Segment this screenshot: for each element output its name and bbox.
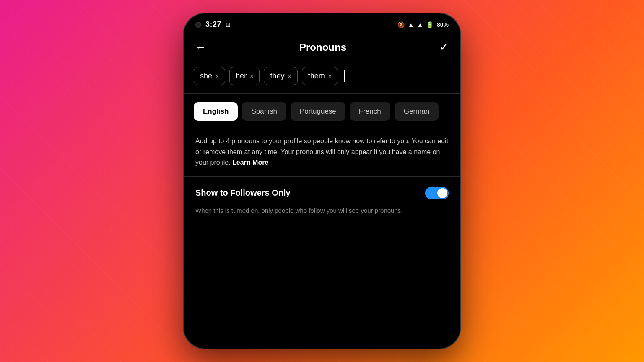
battery-icon: 🔋 (426, 21, 434, 28)
chip-they: they × (264, 67, 297, 85)
tab-french[interactable]: French (350, 102, 390, 121)
chip-her: her × (229, 67, 260, 85)
status-bar: 3:27 ⊡ 🔕 ▲ ▲ 🔋 80% (184, 13, 460, 32)
chip-them-label: them (308, 72, 325, 80)
chip-them-remove[interactable]: × (328, 73, 332, 80)
page-title: Pronouns (299, 41, 346, 53)
toggle-thumb (437, 188, 447, 198)
followers-toggle[interactable] (425, 187, 449, 199)
phone-wrapper: 3:27 ⊡ 🔕 ▲ ▲ 🔋 80% ← Pronouns ✓ s (179, 9, 465, 353)
toggle-track (425, 187, 449, 199)
chip-her-label: her (236, 72, 247, 80)
followers-desc-text: When this is turned on, only people who … (195, 206, 449, 216)
chip-she: she × (194, 67, 225, 85)
chip-they-label: they (270, 72, 284, 80)
cast-icon: ⊡ (226, 21, 231, 28)
tab-spanish[interactable]: Spanish (242, 102, 286, 121)
followers-title: Show to Followers Only (195, 188, 291, 198)
camera-dot (195, 22, 201, 28)
followers-desc: When this is turned on, only people who … (184, 206, 460, 226)
signal-icon: ▲ (417, 21, 423, 28)
tab-german[interactable]: German (395, 102, 439, 121)
learn-more-link[interactable]: Learn More (232, 159, 268, 166)
language-tabs: English Spanish Portuguese French German (184, 94, 460, 127)
chip-she-remove[interactable]: × (216, 73, 219, 80)
confirm-button[interactable]: ✓ (439, 41, 449, 54)
header: ← Pronouns ✓ (184, 32, 460, 60)
status-time: 3:27 (205, 20, 221, 29)
followers-section: Show to Followers Only (184, 177, 460, 206)
chip-them: them × (302, 67, 338, 85)
description-text: Add up to 4 pronouns to your profile so … (195, 136, 449, 168)
back-button[interactable]: ← (195, 41, 206, 54)
wifi-icon: ▲ (408, 21, 414, 28)
status-right: 🔕 ▲ ▲ 🔋 80% (397, 21, 449, 28)
chip-she-label: she (200, 72, 212, 80)
screen-content: ← Pronouns ✓ she × her × they × (184, 32, 460, 349)
mute-icon: 🔕 (397, 21, 405, 28)
battery-percent: 80% (437, 21, 449, 28)
text-cursor (344, 70, 345, 82)
tab-english[interactable]: English (194, 102, 238, 121)
phone-outer: 3:27 ⊡ 🔕 ▲ ▲ 🔋 80% ← Pronouns ✓ s (184, 13, 460, 349)
pronouns-input-area[interactable]: she × her × they × them × (184, 60, 460, 94)
chip-they-remove[interactable]: × (288, 73, 291, 80)
tab-portuguese[interactable]: Portuguese (291, 102, 345, 121)
description-area: Add up to 4 pronouns to your profile so … (184, 127, 460, 176)
status-left: 3:27 ⊡ (195, 20, 231, 29)
chip-her-remove[interactable]: × (250, 73, 253, 80)
